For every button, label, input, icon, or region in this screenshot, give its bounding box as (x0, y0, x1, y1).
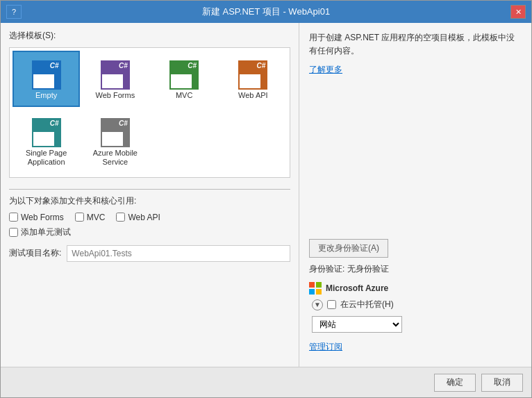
add-section-label: 为以下对象添加文件夹和核心引用: (9, 195, 290, 207)
template-item-azure-mobile[interactable]: C# Azure Mobile Service (81, 108, 149, 174)
cancel-button[interactable]: 取消 (481, 374, 523, 392)
help-button[interactable]: ? (6, 5, 22, 19)
test-name-input[interactable] (67, 245, 290, 262)
auth-value: 无身份验证 (347, 264, 389, 274)
left-panel: 选择模板(S): C# Empty C# (1, 23, 299, 367)
description-text: 用于创建 ASP.NET 应用程序的空项目模板，此模板中没有任何内容。 (309, 33, 515, 56)
azure-sq2 (316, 282, 322, 288)
cloud-label: 在云中托管(H) (340, 299, 394, 310)
template-item-webforms[interactable]: C# Web Forms (81, 51, 149, 107)
dialog-footer: 确定 取消 (1, 367, 531, 397)
unit-test-label: 添加单元测试 (21, 226, 71, 238)
template-item-spa[interactable]: C# Single Page Application (13, 108, 80, 174)
description-area: 用于创建 ASP.NET 应用程序的空项目模板，此模板中没有任何内容。 了解更多 (309, 31, 522, 231)
test-name-label: 测试项目名称: (9, 247, 61, 259)
azure-sq3 (309, 289, 315, 295)
template-label-empty: Empty (35, 91, 57, 100)
spa-icon: C# (30, 115, 63, 149)
ok-button[interactable]: 确定 (434, 374, 476, 392)
azure-section: Microsoft Azure ▼ 在云中托管(H) 网站 虚拟机 移动服务 管… (309, 282, 522, 353)
azure-mobile-icon: C# (99, 115, 132, 149)
template-label-webapi: Web API (238, 91, 268, 100)
template-item-mvc[interactable]: C# MVC (151, 51, 218, 107)
template-label-webforms: Web Forms (96, 91, 135, 100)
template-label-azure-mobile: Azure Mobile Service (85, 149, 144, 167)
azure-sq1 (309, 282, 315, 288)
empty-icon: C# (30, 58, 63, 91)
cloud-checkbox[interactable] (327, 300, 336, 309)
checkbox-row: Web Forms MVC Web API (9, 213, 290, 222)
unit-test-row: 添加单元测试 (9, 226, 290, 238)
template-label-spa: Single Page Application (17, 149, 76, 167)
webforms-icon: C# (99, 58, 132, 91)
dialog-body: 选择模板(S): C# Empty C# (1, 23, 531, 367)
mvc-checkbox[interactable] (75, 213, 84, 222)
webapi-checkbox-label: Web API (116, 213, 160, 222)
chevron-down-icon[interactable]: ▼ (312, 299, 323, 310)
window-title: 新建 ASP.NET 项目 - WebApi01 (22, 6, 510, 18)
mvc-icon: C# (167, 58, 201, 91)
webapi-icon: C# (236, 58, 269, 91)
azure-header: Microsoft Azure (309, 282, 522, 295)
mvc-checkbox-label: MVC (75, 213, 106, 222)
microsoft-azure-icon (309, 282, 322, 295)
webapi-checkbox[interactable] (116, 213, 125, 222)
unit-test-checkbox[interactable] (9, 228, 18, 237)
template-section-label: 选择模板(S): (9, 30, 290, 42)
webapi-checkbox-text: Web API (128, 213, 160, 222)
change-auth-button[interactable]: 更改身份验证(A) (309, 239, 388, 258)
separator (9, 189, 290, 190)
template-item-webapi[interactable]: C# Web API (219, 51, 287, 107)
auth-row: 身份验证: 无身份验证 (309, 263, 522, 275)
main-dialog: ? 新建 ASP.NET 项目 - WebApi01 ✕ 选择模板(S): C#… (0, 0, 532, 398)
learn-more-link[interactable]: 了解更多 (309, 63, 522, 76)
title-bar-right: ✕ (510, 5, 526, 19)
template-grid: C# Empty C# Web Forms (9, 47, 290, 178)
mvc-checkbox-text: MVC (87, 213, 106, 222)
webforms-checkbox[interactable] (9, 213, 18, 222)
template-label-mvc: MVC (176, 91, 192, 100)
title-bar: ? 新建 ASP.NET 项目 - WebApi01 ✕ (1, 1, 531, 23)
close-button[interactable]: ✕ (510, 5, 526, 19)
azure-sq4 (316, 289, 322, 295)
auth-label: 身份验证: (309, 264, 344, 274)
webforms-checkbox-text: Web Forms (21, 213, 64, 222)
test-name-row: 测试项目名称: (9, 245, 290, 262)
azure-type-dropdown[interactable]: 网站 虚拟机 移动服务 (312, 316, 402, 333)
right-panel: 用于创建 ASP.NET 应用程序的空项目模板，此模板中没有任何内容。 了解更多… (299, 23, 531, 367)
azure-title: Microsoft Azure (326, 283, 388, 293)
manage-subscription-link[interactable]: 管理订阅 (309, 342, 342, 351)
title-bar-left: ? (6, 5, 22, 19)
dropdown-row: 网站 虚拟机 移动服务 (312, 316, 522, 333)
template-item-empty[interactable]: C# Empty (13, 51, 80, 107)
webforms-checkbox-label: Web Forms (9, 213, 64, 222)
cloud-row: ▼ 在云中托管(H) (312, 299, 522, 310)
